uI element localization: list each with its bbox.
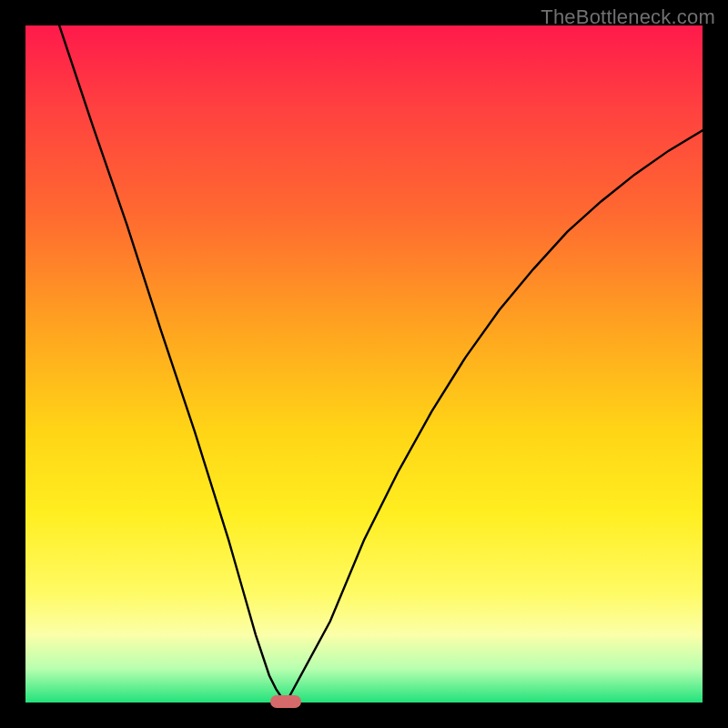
chart-frame: TheBottleneck.com <box>0 0 728 728</box>
minimum-marker <box>270 695 301 708</box>
watermark-text: TheBottleneck.com <box>541 5 715 29</box>
bottleneck-curve <box>25 25 703 703</box>
plot-area <box>25 25 703 703</box>
